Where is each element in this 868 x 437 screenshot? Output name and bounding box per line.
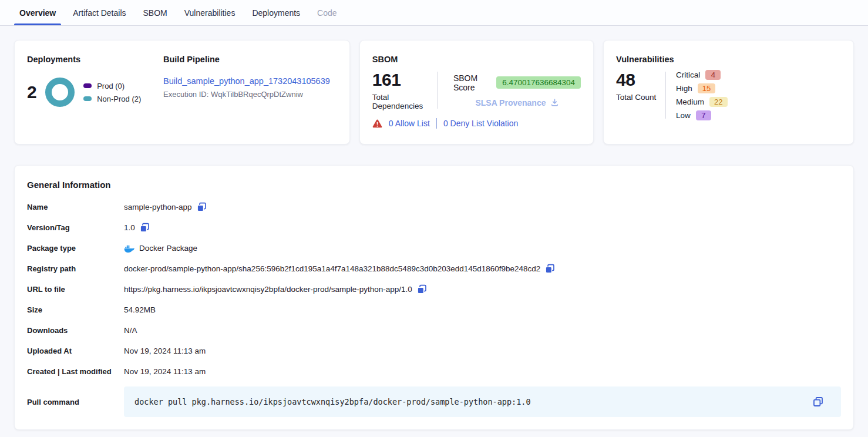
deployments-legend: Prod (0) Non-Prod (2)	[83, 82, 141, 103]
general-information-title: General Information	[27, 180, 841, 190]
tab-sbom[interactable]: SBOM	[143, 0, 168, 25]
tab-bar: Overview Artifact Details SBOM Vulnerabi…	[0, 0, 868, 26]
summary-cards-row: Deployments 2 Prod (0) Non-Prod (2) Buil…	[14, 40, 854, 144]
severity-row-medium: Medium 22	[676, 97, 727, 107]
severity-high-label: High	[676, 84, 692, 93]
registry-path-value: docker-prod/sample-python-app/sha256:596…	[124, 264, 540, 273]
deployments-total: 2	[27, 82, 36, 102]
deny-list-link[interactable]: 0 Deny List Violation	[443, 119, 518, 128]
execution-id-text: Execution ID: WqkTilbBRqecQrpDtZwniw	[163, 90, 337, 99]
info-row-downloads: Downloads N/A	[27, 320, 841, 341]
info-row-url: URL to file https://pkg.harness.io/ikpsj…	[27, 279, 841, 300]
copy-registry-path-button[interactable]	[545, 264, 555, 274]
download-icon	[550, 98, 559, 107]
general-information-card: General Information Name sample-python-a…	[14, 165, 854, 430]
name-value: sample-python-app	[124, 203, 192, 211]
allow-list-link[interactable]: 0 Allow List	[389, 119, 430, 128]
vulnerabilities-total: 48	[616, 70, 665, 90]
severity-row-low: Low 7	[676, 110, 727, 120]
info-row-package-type: Package type Docker Package	[27, 238, 841, 258]
docker-icon	[124, 244, 134, 253]
package-type-label: Package type	[27, 244, 124, 253]
severity-high-badge: 15	[698, 83, 715, 93]
general-information-rows: Name sample-python-app Version/Tag 1.0	[27, 197, 841, 417]
pull-command-value: docker pull pkg.harness.io/ikpsjoavtcwxn…	[134, 397, 813, 406]
severity-critical-badge: 4	[705, 70, 721, 80]
legend-item-prod: Prod (0)	[83, 82, 141, 90]
info-row-size: Size 54.92MB	[27, 300, 841, 320]
copy-url-button[interactable]	[417, 284, 427, 294]
build-pipeline-title: Build Pipeline	[163, 55, 337, 64]
vulnerabilities-total-label: Total Count	[616, 93, 665, 102]
tab-overview[interactable]: Overview	[19, 0, 56, 25]
sbom-total-label: Total Dependencies	[372, 93, 437, 110]
info-row-registry-path: Registry path docker-prod/sample-python-…	[27, 258, 841, 279]
deployments-section: Deployments 2 Prod (0) Non-Prod (2)	[27, 55, 163, 130]
vulnerabilities-total-section: 48 Total Count	[616, 70, 665, 120]
copy-pull-command-button[interactable]	[813, 396, 823, 407]
severity-row-high: High 15	[676, 83, 727, 93]
uploaded-at-label: Uploaded At	[27, 347, 124, 355]
pull-command-label: Pull command	[27, 398, 124, 406]
sbom-card: SBOM 161 Total Dependencies SBOM Score 6…	[359, 40, 594, 144]
sbom-score-label: SBOM Score	[453, 73, 491, 92]
sbom-total-section: 161 Total Dependencies	[372, 70, 437, 110]
created-modified-value: Nov 19, 2024 11:13 am	[124, 367, 206, 376]
info-row-pull-command: Pull command docker pull pkg.harness.io/…	[27, 386, 841, 417]
deployments-title: Deployments	[27, 55, 163, 64]
tab-deployments[interactable]: Deployments	[251, 0, 301, 25]
severity-row-critical: Critical 4	[676, 70, 727, 80]
build-pipeline-link[interactable]: Build_sample_python_app_1732043105639	[163, 76, 330, 86]
info-row-name: Name sample-python-app	[27, 197, 841, 217]
nonprod-legend-swatch	[83, 96, 92, 101]
version-label: Version/Tag	[27, 223, 124, 232]
severity-list: Critical 4 High 15 Medium 22 Low 7	[666, 70, 727, 120]
name-label: Name	[27, 203, 124, 211]
sbom-score-section: SBOM Score 6.470017636684304 SLSA Proven…	[438, 70, 581, 110]
deployments-donut-chart	[45, 78, 75, 107]
severity-low-label: Low	[676, 111, 691, 120]
url-label: URL to file	[27, 285, 124, 294]
nonprod-legend-label: Non-Prod (2)	[97, 95, 141, 103]
vulnerabilities-card: Vulnerabilities 48 Total Count Critical …	[603, 40, 854, 144]
build-pipeline-section: Build Pipeline Build_sample_python_app_1…	[163, 55, 337, 130]
tab-code: Code	[317, 0, 337, 25]
legend-item-nonprod: Non-Prod (2)	[83, 95, 141, 103]
created-modified-label: Created | Last modified	[27, 367, 124, 376]
tab-artifact-details[interactable]: Artifact Details	[72, 0, 126, 25]
size-label: Size	[27, 305, 124, 314]
info-row-created-modified: Created | Last modified Nov 19, 2024 11:…	[27, 361, 841, 382]
size-value: 54.92MB	[124, 305, 156, 314]
severity-medium-label: Medium	[676, 98, 704, 106]
prod-legend-label: Prod (0)	[97, 82, 125, 90]
url-value: https://pkg.harness.io/ikpsjoavtcwxnqisy…	[124, 285, 412, 294]
package-type-value: Docker Package	[139, 244, 197, 253]
sbom-total: 161	[372, 70, 437, 90]
downloads-label: Downloads	[27, 326, 124, 335]
info-row-uploaded-at: Uploaded At Nov 19, 2024 11:13 am	[27, 341, 841, 361]
tab-vulnerabilities[interactable]: Vulnerabilities	[184, 0, 236, 25]
prod-legend-swatch	[83, 83, 92, 88]
sbom-title: SBOM	[372, 55, 581, 64]
slsa-provenance-link: SLSA Provenance	[453, 98, 581, 107]
deployments-card: Deployments 2 Prod (0) Non-Prod (2) Buil…	[14, 40, 350, 144]
severity-critical-label: Critical	[676, 70, 700, 79]
severity-low-badge: 7	[696, 110, 711, 120]
info-row-version: Version/Tag 1.0	[27, 217, 841, 238]
copy-version-button[interactable]	[140, 223, 150, 233]
warning-icon	[372, 119, 382, 128]
sbom-score-badge: 6.470017636684304	[496, 76, 581, 89]
vulnerabilities-title: Vulnerabilities	[616, 55, 841, 64]
slsa-provenance-label: SLSA Provenance	[475, 98, 546, 107]
severity-medium-badge: 22	[709, 97, 727, 107]
registry-path-label: Registry path	[27, 264, 124, 273]
downloads-value: N/A	[124, 326, 137, 335]
uploaded-at-value: Nov 19, 2024 11:13 am	[124, 347, 206, 355]
copy-name-button[interactable]	[197, 202, 207, 212]
pull-command-box: docker pull pkg.harness.io/ikpsjoavtcwxn…	[124, 386, 841, 417]
version-value: 1.0	[124, 223, 135, 232]
sbom-links-divider	[436, 118, 437, 129]
